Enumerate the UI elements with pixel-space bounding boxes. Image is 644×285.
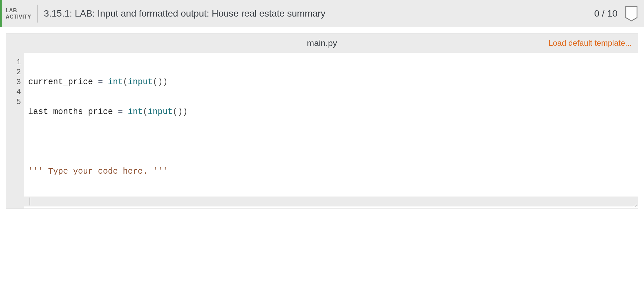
file-name: main.py — [307, 38, 337, 48]
token-paren: ( — [173, 107, 178, 117]
line-number: 3 — [6, 77, 24, 87]
line-number-gutter: 1 2 3 4 5 — [6, 53, 24, 208]
code-line[interactable]: ''' Type your code here. ''' — [28, 167, 638, 177]
token-builtin: int — [108, 77, 123, 87]
token-builtin: int — [128, 107, 143, 117]
code-line[interactable]: last_months_price = int(input()) — [28, 107, 638, 117]
line-number: 1 — [6, 57, 24, 67]
lab-header: LAB ACTIVITY 3.15.1: LAB: Input and form… — [0, 0, 644, 27]
token-paren: ( — [153, 77, 158, 87]
token-builtin: input — [128, 77, 153, 87]
svg-line-0 — [633, 204, 637, 207]
lab-badge-line1: LAB — [6, 7, 31, 14]
editor-area: main.py Load default template... 1 2 3 4… — [0, 27, 644, 209]
bookmark-icon[interactable] — [625, 5, 638, 22]
token-identifier: current_price — [28, 77, 93, 87]
code-line[interactable] — [28, 137, 638, 147]
token-paren: ( — [143, 107, 148, 117]
lab-score: 0 / 10 — [594, 8, 617, 19]
token-builtin: input — [148, 107, 173, 117]
file-header: main.py Load default template... — [6, 33, 638, 53]
token-string: ''' Type your code here. ''' — [28, 167, 168, 176]
token-identifier: last_months_price — [28, 107, 113, 117]
code-editor[interactable]: 1 2 3 4 5 current_price = int(input()) l… — [6, 53, 638, 208]
resize-handle-icon[interactable] — [632, 203, 637, 208]
token-paren: ) — [178, 107, 183, 117]
lab-badge-line2: ACTIVITY — [6, 14, 31, 20]
lab-title: 3.15.1: LAB: Input and formatted output:… — [44, 8, 594, 19]
code-content[interactable]: current_price = int(input()) last_months… — [24, 53, 638, 208]
token-paren: ) — [158, 77, 163, 87]
svg-line-2 — [636, 207, 637, 207]
line-number: 5 — [6, 97, 24, 107]
code-line[interactable]: current_price = int(input()) — [28, 77, 638, 87]
token-paren: ( — [123, 77, 128, 87]
load-default-template-link[interactable]: Load default template... — [548, 38, 632, 48]
token-paren: ) — [183, 107, 188, 117]
line-number: 4 — [6, 87, 24, 97]
editor-shell: main.py Load default template... 1 2 3 4… — [6, 33, 638, 209]
token-operator: = — [113, 107, 128, 117]
code-line-active[interactable] — [24, 197, 638, 206]
token-operator: = — [93, 77, 108, 87]
lab-activity-badge: LAB ACTIVITY — [6, 5, 38, 23]
line-number: 2 — [6, 67, 24, 77]
token-paren: ) — [163, 77, 168, 87]
